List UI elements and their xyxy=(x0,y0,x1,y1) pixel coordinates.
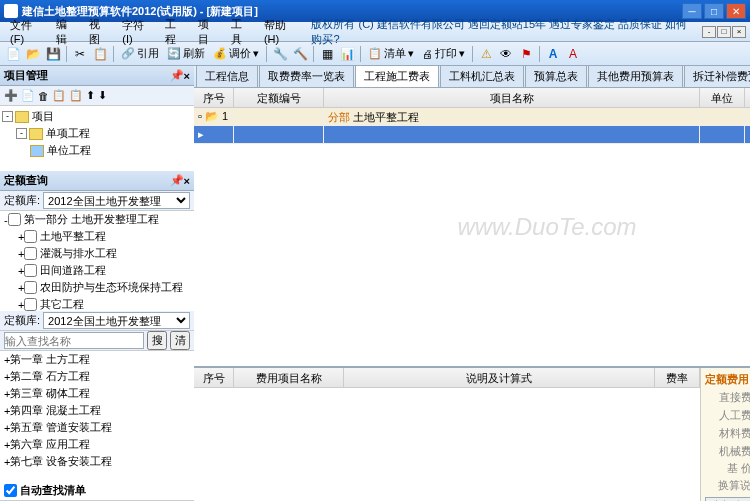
main-grid[interactable]: 序号 定额编号 项目名称 单位 工程数量 单价 合价 ▫ 📂 1 分部 土地平整… xyxy=(194,88,750,366)
mdi-restore-button[interactable]: □ xyxy=(717,26,731,38)
quota-lib-tree[interactable]: +第一章 土方工程 +第二章 石方工程 +第三章 砌体工程 +第四章 混凝土工程… xyxy=(0,351,194,481)
color-icon[interactable]: A xyxy=(564,45,582,63)
project-panel-header: 项目管理 📌 × xyxy=(0,66,194,86)
chk-item[interactable]: +第三章 砌体工程 xyxy=(0,385,194,402)
chk-item[interactable]: +田间道路工程 xyxy=(0,262,194,279)
lib2-label: 定额库: xyxy=(4,313,40,328)
watermark: www.DuoTe.com xyxy=(457,213,636,241)
grid-header: 序号 定额编号 项目名称 单位 工程数量 单价 合价 xyxy=(194,88,750,108)
lib2-select[interactable]: 2012全国土地开发整理 xyxy=(43,312,190,329)
option-button[interactable]: 定额选项 xyxy=(705,497,750,501)
tab-fee[interactable]: 取费费率一览表 xyxy=(259,66,354,87)
chart-icon[interactable]: 📊 xyxy=(338,45,356,63)
tree-root[interactable]: -项目 xyxy=(2,108,192,125)
auto-find-label: 自动查找清单 xyxy=(20,483,86,498)
panel-close-icon[interactable]: × xyxy=(184,70,190,82)
eye-icon[interactable]: 👁 xyxy=(497,45,515,63)
warn-icon[interactable]: ⚠ xyxy=(477,45,495,63)
menu-help[interactable]: 帮助(H) xyxy=(258,18,306,45)
open-icon[interactable]: 📂 xyxy=(24,45,42,63)
grid-row[interactable]: ▫ 📂 1 分部 土地平整工程 0.00 xyxy=(194,108,750,126)
quota-query-header: 定额查询 📌 × xyxy=(0,171,194,191)
chk-item[interactable]: +第六章 应用工程 xyxy=(0,436,194,453)
menu-tools[interactable]: 工具 xyxy=(225,17,258,47)
chk-item[interactable]: +第二章 石方工程 xyxy=(0,368,194,385)
new-icon[interactable]: 📄 xyxy=(4,45,22,63)
quote-button[interactable]: 🔗引用 xyxy=(118,46,162,61)
price-button[interactable]: 💰调价▾ xyxy=(210,46,262,61)
tab-construction[interactable]: 工程施工费表 xyxy=(355,66,439,87)
up-icon[interactable]: ⬆ xyxy=(86,89,95,102)
save-icon[interactable]: 💾 xyxy=(44,45,62,63)
chk-item[interactable]: +第五章 管道安装工程 xyxy=(0,419,194,436)
table-icon[interactable]: ▦ xyxy=(318,45,336,63)
flag-icon[interactable]: ⚑ xyxy=(517,45,535,63)
add-icon[interactable]: ➕ xyxy=(4,89,18,102)
pin-icon[interactable]: 📌 xyxy=(170,174,184,187)
detail-grid-header: 序号 费用项目名称 说明及计算式 费率 xyxy=(194,368,700,388)
tree-item[interactable]: 单位工程 xyxy=(2,142,192,159)
search-input[interactable] xyxy=(4,332,144,349)
menu-edit[interactable]: 编辑 xyxy=(50,17,83,47)
clear-button[interactable]: 清 xyxy=(170,331,190,350)
down-icon[interactable]: ⬇ xyxy=(98,89,107,102)
menu-char[interactable]: 字符(I) xyxy=(116,18,159,45)
tab-info[interactable]: 工程信息 xyxy=(196,66,258,87)
bold-icon[interactable]: A xyxy=(544,45,562,63)
menu-bar: 文件(F) 编辑 视图 字符(I) 工程 项目 工具 帮助(H) 版权所有 (C… xyxy=(0,22,750,42)
chk-item[interactable]: +农田防护与生态环境保持工程 xyxy=(0,279,194,296)
chk-item[interactable]: +灌溉与排水工程 xyxy=(0,245,194,262)
paste-icon[interactable]: 📋 xyxy=(69,89,83,102)
panel-close-icon[interactable]: × xyxy=(184,175,190,187)
copy-icon[interactable]: 📋 xyxy=(52,89,66,102)
chk-item[interactable]: +土地平整工程 xyxy=(0,228,194,245)
tab-compensation[interactable]: 拆迁补偿费预算表 xyxy=(684,66,750,87)
menu-proj[interactable]: 项目 xyxy=(192,17,225,47)
chk-item[interactable]: +第四章 混凝土工程 xyxy=(0,402,194,419)
app-icon xyxy=(4,4,18,18)
del-icon[interactable]: 🗑 xyxy=(38,90,49,102)
menu-file[interactable]: 文件(F) xyxy=(4,18,50,45)
refresh-button[interactable]: 🔄刷新 xyxy=(164,46,208,61)
chk-item[interactable]: +第一章 土方工程 xyxy=(0,351,194,368)
chk-item[interactable]: -第一部分 土地开发整理工程 xyxy=(0,211,194,228)
mdi-min-button[interactable]: - xyxy=(702,26,716,38)
grid-row-selected[interactable]: ▸ xyxy=(194,126,750,144)
menu-view[interactable]: 视图 xyxy=(83,17,116,47)
tool-icon[interactable]: 🔧 xyxy=(271,45,289,63)
pin-icon[interactable]: 📌 xyxy=(170,69,184,82)
search-button[interactable]: 搜 xyxy=(147,331,167,350)
copy-icon[interactable]: 📋 xyxy=(91,45,109,63)
menu-copyright: 版权所有 (C) 建信软件有限公司 遇回定额站15年 遇过专家鉴定 品质保证 如… xyxy=(305,17,702,47)
print-button[interactable]: 🖨打印▾ xyxy=(419,46,468,61)
lib-select[interactable]: 2012全国土地开发整理 xyxy=(43,192,190,209)
auto-find-checkbox[interactable] xyxy=(4,482,17,499)
tab-other[interactable]: 其他费用预算表 xyxy=(588,66,683,87)
project-tree[interactable]: -项目 -单项工程 单位工程 xyxy=(0,106,194,171)
cut-icon[interactable]: ✂ xyxy=(71,45,89,63)
close-button[interactable]: ✕ xyxy=(726,3,746,19)
tree-item[interactable]: -单项工程 xyxy=(2,125,192,142)
maximize-button[interactable]: □ xyxy=(704,3,724,19)
chk-item[interactable]: +第七章 设备安装工程 xyxy=(0,453,194,470)
tool2-icon[interactable]: 🔨 xyxy=(291,45,309,63)
add2-icon[interactable]: 📄 xyxy=(21,89,35,102)
lib-label: 定额库: xyxy=(4,193,40,208)
project-toolbar: ➕ 📄 🗑 📋 📋 ⬆ ⬇ xyxy=(0,86,194,106)
tab-material[interactable]: 工料机汇总表 xyxy=(440,66,524,87)
cost-title: 定额费用 xyxy=(705,372,750,387)
cost-panel: « » 定额费用 直接费:▾ 人工费:▾ 材料费:▾ 机械费:▾ 基 价: 换算… xyxy=(700,368,750,501)
tab-budget[interactable]: 预算总表 xyxy=(525,66,587,87)
chk-item[interactable]: +其它工程 xyxy=(0,296,194,311)
main-tabs: 工程信息 取费费率一览表 工程施工费表 工料机汇总表 预算总表 其他费用预算表 … xyxy=(194,66,750,88)
menu-eng[interactable]: 工程 xyxy=(159,17,192,47)
detail-grid[interactable] xyxy=(194,388,700,501)
mdi-close-button[interactable]: × xyxy=(732,26,746,38)
quota-category-tree[interactable]: -第一部分 土地开发整理工程 +土地平整工程 +灌溉与排水工程 +田间道路工程 … xyxy=(0,211,194,311)
list-button[interactable]: 📋清单▾ xyxy=(365,46,417,61)
